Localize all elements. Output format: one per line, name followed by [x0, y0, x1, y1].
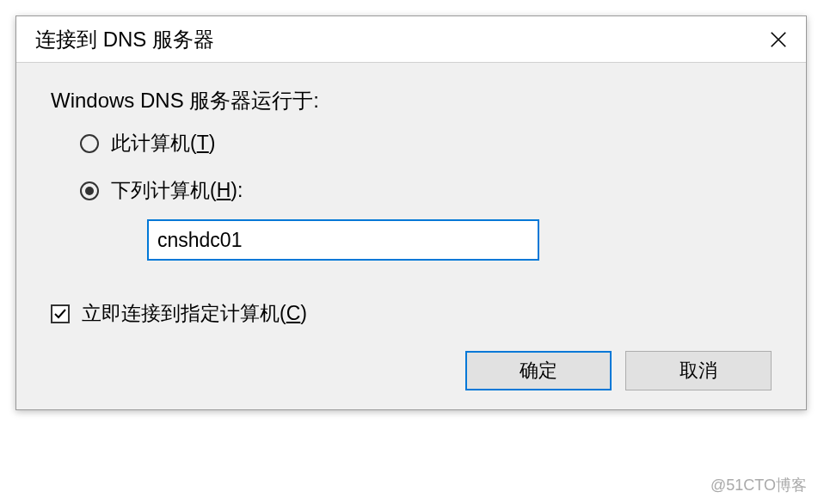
checkbox-icon — [51, 304, 70, 323]
computer-name-input[interactable] — [147, 219, 539, 261]
checkbox-connect-immediately-label: 立即连接到指定计算机(C) — [82, 300, 307, 327]
radio-icon — [80, 181, 99, 200]
watermark: @51CTO博客 — [710, 475, 807, 495]
connect-dns-dialog: 连接到 DNS 服务器 Windows DNS 服务器运行于: 此计算机(T) … — [15, 15, 807, 410]
close-button[interactable] — [754, 16, 802, 63]
radio-following-computer[interactable]: 下列计算机(H): — [80, 177, 772, 204]
radio-group-server-location: 此计算机(T) 下列计算机(H): — [80, 130, 772, 261]
check-icon — [53, 307, 67, 321]
close-icon — [769, 30, 788, 49]
checkbox-connect-immediately[interactable]: 立即连接到指定计算机(C) — [51, 300, 772, 327]
radio-this-computer-label: 此计算机(T) — [111, 130, 215, 157]
ok-button[interactable]: 确定 — [465, 351, 612, 390]
titlebar: 连接到 DNS 服务器 — [16, 16, 806, 63]
dialog-title: 连接到 DNS 服务器 — [35, 26, 214, 53]
cancel-button[interactable]: 取消 — [625, 351, 772, 390]
section-label: Windows DNS 服务器运行于: — [51, 87, 772, 114]
radio-icon — [80, 134, 99, 153]
radio-this-computer[interactable]: 此计算机(T) — [80, 130, 772, 157]
button-row: 确定 取消 — [51, 351, 772, 390]
radio-following-computer-label: 下列计算机(H): — [111, 177, 243, 204]
dialog-body: Windows DNS 服务器运行于: 此计算机(T) 下列计算机(H): — [16, 63, 806, 409]
computer-name-row — [147, 219, 772, 261]
